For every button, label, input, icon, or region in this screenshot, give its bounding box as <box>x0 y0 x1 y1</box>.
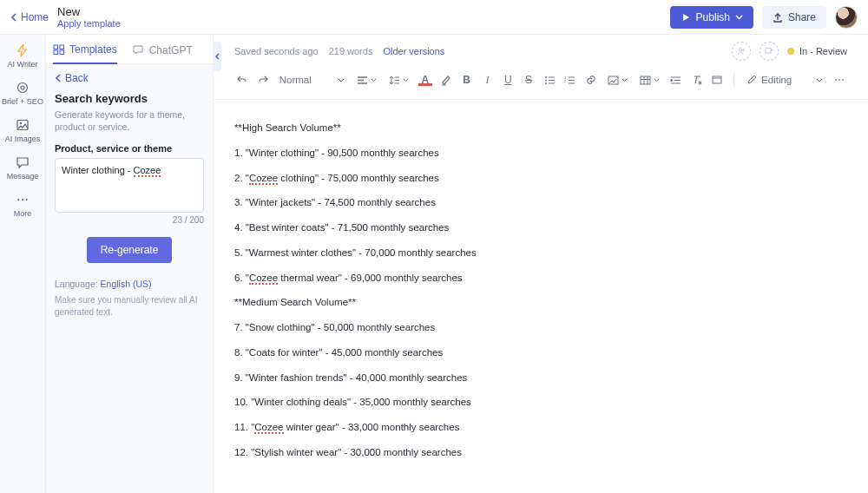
align-left-icon <box>357 76 368 85</box>
bullet-list-button[interactable] <box>542 69 557 90</box>
doc-line: 3. "Winter jackets" - 74,500 monthly sea… <box>234 190 847 215</box>
add-image-button[interactable] <box>760 42 779 61</box>
svg-point-11 <box>545 79 547 81</box>
image-plus-icon <box>765 47 773 56</box>
table-select[interactable] <box>636 76 663 85</box>
code-button[interactable] <box>709 69 725 90</box>
back-link[interactable]: Back <box>46 64 213 92</box>
align-select[interactable] <box>353 76 380 85</box>
doc-line: 1. "Winter clothing" - 90,500 monthly se… <box>234 141 847 166</box>
redo-button[interactable] <box>255 69 271 90</box>
panel-title: Search keywords <box>55 92 204 105</box>
text-style-select[interactable]: Normal <box>276 75 348 85</box>
share-button[interactable]: Share <box>762 6 826 29</box>
rail-brief-seo[interactable]: Brief + SEO <box>0 81 45 106</box>
link-button[interactable] <box>583 69 599 90</box>
italic-button[interactable]: I <box>479 69 495 90</box>
user-avatar[interactable] <box>835 6 858 29</box>
list-ul-icon <box>544 76 556 85</box>
underline-button[interactable]: U <box>500 69 516 90</box>
header-left: Home New Apply template <box>10 5 121 29</box>
publish-label: Publish <box>696 11 730 23</box>
svg-rect-4 <box>54 45 58 49</box>
quote-button[interactable] <box>668 69 684 90</box>
doc-line: 4. "Best winter coats" - 71,500 monthly … <box>234 215 847 240</box>
ai-warning: Make sure you manually review all AI gen… <box>55 294 204 318</box>
templates-panel: Templates ChatGPT Back Search keywords G… <box>46 35 214 493</box>
rail-message[interactable]: Message <box>0 155 45 181</box>
language-link[interactable]: English (US) <box>101 279 152 289</box>
editor-status-controls: In - Review <box>732 42 847 61</box>
title-wrap: New Apply template <box>57 5 121 29</box>
redo-icon <box>257 74 269 86</box>
doc-line: 12. "Stylish winter wear" - 30,000 month… <box>234 440 847 465</box>
theme-input[interactable]: Winter clothing - Cozee <box>55 158 204 213</box>
doc-line: 2. "Cozee clothing" - 75,000 monthly sea… <box>234 166 847 191</box>
doc-line: 7. "Snow clothing" - 50,000 monthly sear… <box>234 315 847 340</box>
share-icon <box>773 12 783 23</box>
regenerate-button[interactable]: Re-generate <box>87 237 173 263</box>
grid-icon <box>53 44 65 55</box>
chevron-left-icon <box>10 13 17 22</box>
editor-meta: Saved seconds ago 219 words Older versio… <box>234 46 444 56</box>
doc-line: **High Search Volume** <box>234 115 847 141</box>
document-body[interactable]: **High Search Volume** 1. "Winter clothi… <box>214 100 868 493</box>
chevron-down-icon <box>371 78 377 82</box>
clear-format-button[interactable] <box>689 69 705 90</box>
more-button[interactable]: ⋯ <box>832 69 847 90</box>
number-list-button[interactable]: 12 <box>562 69 578 90</box>
rail-label: Brief + SEO <box>2 97 43 106</box>
header-right: Publish Share <box>670 6 858 29</box>
svg-point-12 <box>545 82 547 84</box>
strike-button[interactable]: S <box>521 69 536 90</box>
tab-templates[interactable]: Templates <box>53 43 117 64</box>
svg-rect-7 <box>60 50 64 55</box>
embed-icon <box>711 74 723 86</box>
collapse-panel-button[interactable] <box>213 42 221 71</box>
bolt-icon <box>15 43 30 57</box>
image-insert-select[interactable] <box>604 76 631 85</box>
home-link[interactable]: Home <box>10 11 49 23</box>
home-label: Home <box>21 11 49 23</box>
svg-point-3 <box>20 122 22 124</box>
add-avatar-button[interactable] <box>732 42 751 61</box>
svg-point-1 <box>21 86 24 89</box>
doc-line: 8. "Coats for winter" - 45,000 monthly s… <box>234 340 847 365</box>
spacing-select[interactable] <box>385 76 412 85</box>
status-text: In - Review <box>799 46 847 56</box>
undo-button[interactable] <box>234 69 250 90</box>
main-area: AI Writer Brief + SEO AI Images Message … <box>0 35 868 493</box>
rail-label: Message <box>7 172 39 181</box>
table-icon <box>640 76 651 85</box>
review-status[interactable]: In - Review <box>787 46 847 56</box>
highlight-button[interactable] <box>438 69 454 90</box>
rail-label: AI Writer <box>8 60 38 69</box>
image-icon <box>608 76 619 85</box>
rail-label: AI Images <box>5 135 41 143</box>
link-icon <box>585 74 597 86</box>
chevron-down-icon <box>816 78 823 82</box>
chevron-down-icon <box>621 78 628 82</box>
word-count: 219 words <box>329 46 373 56</box>
indent-icon <box>670 76 681 85</box>
svg-text:2: 2 <box>564 79 567 83</box>
share-label: Share <box>788 11 816 23</box>
saved-status: Saved seconds ago <box>234 46 319 56</box>
chat-icon <box>133 45 145 56</box>
panel-tabs: Templates ChatGPT <box>46 35 213 64</box>
rail-more[interactable]: ⋯ More <box>0 193 45 218</box>
rail-ai-images[interactable]: AI Images <box>0 118 45 143</box>
tab-chatgpt[interactable]: ChatGPT <box>133 43 193 63</box>
rail-ai-writer[interactable]: AI Writer <box>0 43 45 69</box>
doc-title[interactable]: New <box>57 5 121 18</box>
text-color-button[interactable]: A <box>418 69 433 90</box>
list-ol-icon: 12 <box>564 76 575 85</box>
char-count: 23 / 200 <box>55 215 204 225</box>
publish-button[interactable]: Publish <box>670 6 753 29</box>
doc-line: 11. "Cozee winter gear" - 33,000 monthly… <box>234 415 847 440</box>
editor-top: Saved seconds ago 219 words Older versio… <box>214 35 868 64</box>
older-versions-link[interactable]: Older versions <box>383 46 444 56</box>
apply-template-link[interactable]: Apply template <box>57 18 121 29</box>
mode-select[interactable]: Editing <box>743 75 826 85</box>
bold-button[interactable]: B <box>459 69 475 90</box>
